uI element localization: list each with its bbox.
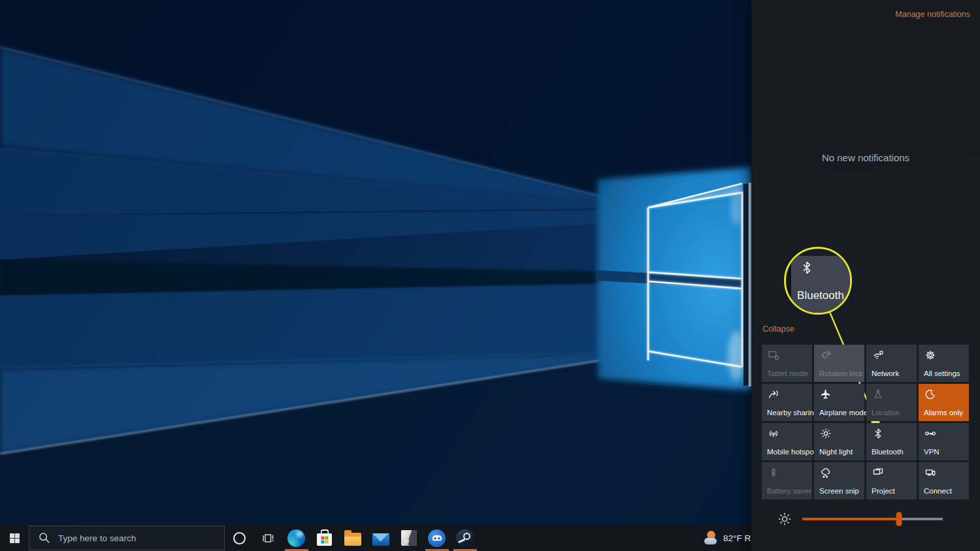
quick-action-network[interactable]: Network (866, 345, 917, 382)
tile-label: Location (872, 409, 900, 417)
brightness-sun-icon (777, 512, 792, 526)
quick-action-rotation-lock[interactable]: Rotation lock (814, 345, 864, 382)
tile-label: Connect (924, 487, 952, 495)
location-icon (872, 388, 884, 400)
search-icon (39, 532, 50, 544)
bluetooth-icon (872, 428, 884, 439)
taskbar-app-file-explorer[interactable] (338, 525, 367, 551)
quick-action-nearby-sharing[interactable]: Nearby sharing (762, 384, 812, 421)
quick-action-bluetooth[interactable]: Bluetooth (866, 423, 917, 460)
tile-label: Bluetooth (872, 448, 904, 456)
windows-start-icon (9, 533, 20, 544)
manage-notifications-link[interactable]: Manage notifications (895, 10, 970, 19)
bluetooth-icon (800, 260, 814, 275)
collapse-link[interactable]: Collapse (762, 324, 794, 334)
cortana-button[interactable] (225, 525, 253, 551)
tile-label: Night light (819, 448, 853, 456)
steam-icon (456, 529, 474, 547)
tablet-mode-icon (768, 349, 779, 361)
brightness-slider[interactable] (802, 518, 943, 520)
quick-action-connect[interactable]: Connect (919, 462, 969, 499)
tile-label: Rotation lock (819, 370, 862, 377)
edge-icon (287, 529, 305, 547)
tile-label: Network (872, 370, 899, 377)
rotation-lock-icon (820, 349, 832, 361)
tile-label: Mobile hotspot (767, 448, 816, 456)
sun-behind-cloud-icon (704, 531, 719, 545)
task-view-button[interactable] (253, 525, 282, 551)
brightness-fill (802, 518, 899, 520)
quick-action-all-settings[interactable]: All settings (919, 345, 969, 382)
search-input[interactable] (57, 533, 210, 544)
taskbar-search[interactable] (29, 526, 225, 550)
file-explorer-icon (344, 533, 361, 546)
airplane-icon (820, 388, 832, 400)
picture-thumbnail-icon (401, 530, 417, 546)
quick-action-vpn[interactable]: VPN (919, 423, 969, 460)
tile-label: All settings (924, 370, 960, 377)
taskbar-app-edge[interactable] (282, 525, 310, 551)
magnified-bluetooth-tile: Bluetooth (791, 256, 850, 315)
battery-saver-icon (768, 467, 779, 479)
project-icon (872, 467, 884, 479)
store-icon (317, 533, 332, 546)
start-button[interactable] (0, 525, 29, 551)
quick-action-airplane-mode[interactable]: Airplane mode (814, 384, 864, 421)
crescent-moon-icon (924, 388, 936, 400)
no-notifications-message: No new notifications (751, 152, 980, 163)
taskbar-app-mail[interactable] (367, 525, 395, 551)
tile-label: Screen snip (819, 487, 859, 495)
quick-action-alarms-only[interactable]: Alarms only (919, 384, 969, 421)
tile-label: Alarms only (924, 409, 963, 417)
tile-label: Battery saver (767, 487, 811, 495)
quick-action-battery-saver[interactable]: Battery saver (762, 462, 812, 499)
nearby-sharing-icon (768, 388, 779, 400)
quick-action-project[interactable]: Project (866, 462, 917, 499)
mobile-hotspot-icon (768, 428, 779, 439)
bluetooth-callout: Bluetooth (784, 247, 852, 315)
quick-action-screen-snip[interactable]: Screen snip (814, 462, 864, 499)
connect-icon (924, 467, 936, 479)
tile-label: Nearby sharing (767, 409, 818, 417)
screen-snip-icon (820, 467, 832, 479)
night-light-icon (820, 428, 832, 439)
tile-label: Project (872, 487, 895, 495)
quick-action-location[interactable]: Location (866, 384, 917, 421)
settings-gear-icon (924, 349, 936, 361)
callout-label: Bluetooth (791, 289, 850, 302)
quick-action-tablet-mode[interactable]: Tablet mode (762, 345, 812, 382)
quick-action-night-light[interactable]: Night light (814, 423, 864, 460)
mail-icon (372, 533, 389, 546)
taskbar-app-steam[interactable] (451, 525, 479, 551)
taskbar-app-discord[interactable] (423, 525, 451, 551)
action-center-panel: Manage notifications No new notification… (751, 0, 980, 551)
task-view-icon (262, 532, 274, 544)
vpn-icon (924, 428, 936, 439)
quick-actions-grid: Tablet mode Rotation lock Network (762, 345, 969, 499)
weather-text: 82°F R (723, 533, 751, 543)
weather-widget[interactable]: 82°F R (704, 525, 751, 551)
cortana-icon (233, 532, 246, 544)
taskbar-app-picture[interactable] (395, 525, 423, 551)
network-icon (872, 349, 884, 361)
tile-label: VPN (924, 448, 939, 456)
tile-label: Tablet mode (767, 370, 808, 377)
brightness-thumb[interactable] (896, 512, 902, 526)
tile-label: Airplane mode (819, 409, 868, 417)
brightness-control (751, 510, 980, 529)
taskbar-app-store[interactable] (310, 525, 338, 551)
quick-action-mobile-hotspot[interactable]: Mobile hotspot (762, 423, 812, 460)
discord-icon (428, 529, 446, 547)
